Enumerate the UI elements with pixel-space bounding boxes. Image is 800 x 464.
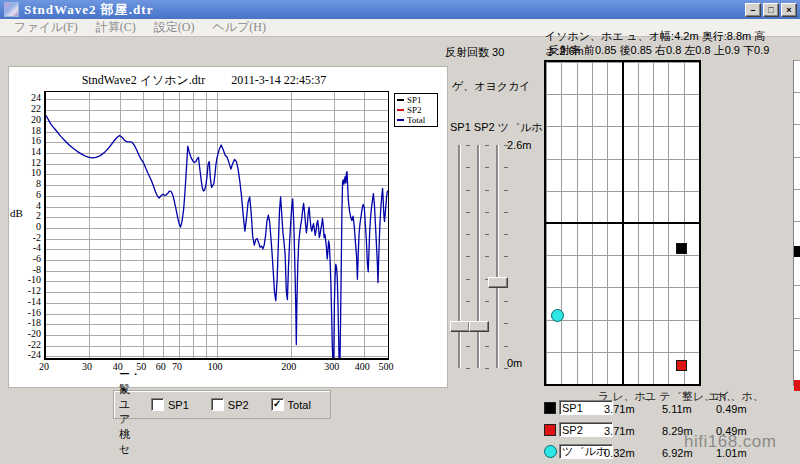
room-marker-listening-point[interactable]	[551, 309, 564, 322]
sp1-line-swatch	[397, 99, 404, 101]
window-title: StndWave2 部屋.dtr	[24, 1, 153, 19]
y-tick-16: 16	[12, 135, 41, 146]
frequency-response-plot	[44, 91, 389, 360]
edge-sp1-mark	[794, 246, 800, 257]
y-tick-6: 6	[12, 189, 41, 200]
y-tick-18: 18	[12, 125, 41, 136]
listening-height-slider-handle[interactable]	[488, 277, 508, 288]
slider-max-label: 2.6m	[507, 139, 531, 151]
room-marker-SP2[interactable]	[676, 360, 687, 371]
close-button[interactable]: ×	[781, 3, 797, 17]
second-view-edge	[793, 60, 800, 386]
graph-mode-label: ゲ、オヨクカイ	[452, 79, 531, 94]
y-tick-22: 22	[12, 103, 41, 114]
y-tick-4: 4	[12, 200, 41, 211]
sp1-front-distance: 5.11m	[662, 403, 710, 415]
listening-height-slider-track[interactable]	[496, 145, 498, 368]
y-tick-10: 10	[12, 167, 41, 178]
x-tick-20: 20	[30, 361, 58, 372]
y-tick--8: -8	[12, 264, 41, 275]
y-tick-20: 20	[12, 114, 41, 125]
chart-title-text: StndWave2 イソホン.dtr	[82, 73, 205, 87]
x-tick-30: 30	[73, 361, 101, 372]
table-row-sp1: 3.71m 5.11m 0.49m	[542, 399, 800, 419]
y-tick--6: -6	[12, 253, 41, 264]
y-tick-2: 2	[12, 210, 41, 221]
sp2-slider-ticks	[485, 145, 489, 369]
y-tick--10: -10	[12, 274, 41, 285]
maximize-button[interactable]: □	[763, 3, 779, 17]
y-tick-8: 8	[12, 178, 41, 189]
edge-sp2-mark	[794, 380, 800, 391]
y-tick--22: -22	[12, 339, 41, 350]
y-tick--18: -18	[12, 317, 41, 328]
minimize-button[interactable]: –	[745, 3, 761, 17]
y-tick--4: -4	[12, 242, 41, 253]
chart-title: StndWave2 イソホン.dtr2011-3-14 22:45:37	[49, 72, 359, 89]
display-options-group: ・ー・鬣ユア桃セ SP1 SP2 ✓Total	[113, 390, 331, 419]
app-window: StndWave2 部屋.dtr – □ × ファイル(F) 計算(C) 設定(…	[0, 0, 800, 464]
display-options-label: ・ー・鬣ユア桃セ	[119, 352, 141, 457]
sp2-height-slider-handle[interactable]	[469, 321, 489, 332]
listening-left-distance: 0.32m	[604, 447, 652, 459]
sp2-left-distance: 3.71m	[604, 425, 652, 437]
chart-timestamp: 2011-3-14 22:45:37	[231, 73, 326, 87]
chart-panel: StndWave2 イソホン.dtr2011-3-14 22:45:37 dB …	[8, 66, 448, 388]
chart-legend: SP1 SP2 Total	[394, 93, 438, 127]
menu-file[interactable]: ファイル(F)	[10, 19, 82, 36]
y-tick--24: -24	[12, 349, 41, 360]
total-checkbox[interactable]: ✓	[271, 398, 284, 411]
sp2-line-swatch	[397, 109, 404, 111]
menu-help[interactable]: ヘルプ(H)	[208, 19, 270, 36]
x-tick-100: 100	[201, 361, 229, 372]
x-tick-200: 200	[275, 361, 303, 372]
reflection-count-label: 反射回数 30	[445, 45, 504, 60]
x-tick-300: 300	[318, 361, 346, 372]
y-tick-24: 24	[12, 92, 41, 103]
listening-slider-ticks	[504, 145, 508, 369]
sp1-slider-ticks	[466, 145, 470, 369]
sp2-color-swatch	[544, 424, 556, 436]
x-tick-70: 70	[163, 361, 191, 372]
sp1-height: 0.49m	[716, 403, 764, 415]
sp1-checkbox[interactable]	[151, 398, 164, 411]
menu-calc[interactable]: 計算(C)	[92, 19, 140, 36]
sp2-checkbox-item[interactable]: SP2	[211, 398, 249, 411]
y-tick--20: -20	[12, 328, 41, 339]
slider-min-label: 0m	[507, 357, 522, 369]
y-tick--2: -2	[12, 232, 41, 243]
reflection-coefficients-label: 反射率 前0.85 後0.85 右0.8 左0.8 上0.9 下0.9	[548, 43, 769, 58]
room-center-line-horizontal	[546, 222, 699, 224]
room-plan-grid[interactable]	[544, 60, 701, 386]
y-tick--14: -14	[12, 296, 41, 307]
sp1-checkbox-item[interactable]: SP1	[151, 398, 189, 411]
sp1-height-slider-track[interactable]	[458, 145, 460, 368]
x-tick-500: 500	[372, 361, 400, 372]
sp1-height-slider-handle[interactable]	[450, 321, 470, 332]
total-checkbox-item[interactable]: ✓Total	[271, 398, 311, 411]
site-watermark: hifi168.com	[684, 432, 776, 452]
y-tick-0: 0	[12, 221, 41, 232]
room-marker-SP1[interactable]	[676, 243, 687, 254]
legend-item-sp1: SP1	[397, 95, 435, 105]
legend-item-total: Total	[397, 115, 435, 125]
title-bar[interactable]: StndWave2 部屋.dtr – □ ×	[0, 0, 800, 19]
sp1-left-distance: 3.71m	[604, 403, 652, 415]
y-tick--16: -16	[12, 307, 41, 318]
y-tick-12: 12	[12, 157, 41, 168]
y-tick--12: -12	[12, 285, 41, 296]
menu-settings[interactable]: 設定(O)	[150, 19, 199, 36]
sp2-checkbox[interactable]	[211, 398, 224, 411]
legend-item-sp2: SP2	[397, 105, 435, 115]
sp1-color-swatch	[544, 402, 556, 414]
sp2-height-slider-track[interactable]	[477, 145, 479, 368]
listening-point-color-swatch	[544, 445, 557, 458]
app-icon	[4, 2, 19, 17]
y-tick-14: 14	[12, 146, 41, 157]
total-line-swatch	[397, 119, 404, 121]
